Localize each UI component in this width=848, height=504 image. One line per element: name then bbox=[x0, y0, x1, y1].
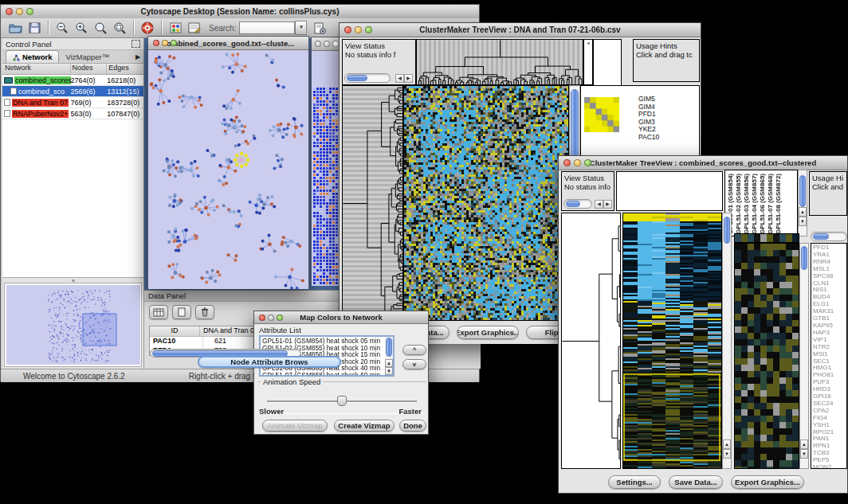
close-button[interactable] bbox=[315, 41, 321, 47]
float-panel-icon[interactable] bbox=[132, 40, 140, 48]
gene-label[interactable]: MON2 bbox=[813, 464, 845, 469]
close-button[interactable] bbox=[563, 159, 571, 166]
minimize-button[interactable] bbox=[162, 40, 168, 46]
import-attributes-icon[interactable] bbox=[312, 20, 328, 36]
zoom-in-icon[interactable] bbox=[73, 20, 89, 36]
move-down-button[interactable]: v bbox=[402, 359, 426, 369]
slider-left-arrow[interactable]: ◀ bbox=[595, 200, 603, 209]
table-col-id[interactable]: ID bbox=[150, 326, 200, 336]
slider-right-arrow[interactable]: ▶ bbox=[603, 200, 612, 209]
array-column-label[interactable]: GPL51-04 (GSM857) bbox=[751, 174, 758, 234]
scroll-thumb[interactable] bbox=[801, 246, 807, 270]
dialog-titlebar[interactable]: Map Colors to Network bbox=[254, 311, 428, 324]
treeview2-heatmap[interactable] bbox=[622, 213, 722, 469]
zoom-button[interactable] bbox=[277, 315, 283, 321]
main-titlebar[interactable]: Cytoscape Desktop (Session Name: collins… bbox=[1, 5, 479, 19]
attribute-item[interactable]: GPL51-07 (GSM868) heat shock 60 min bbox=[262, 372, 391, 377]
network-view-titlebar[interactable]: combined_scores_good.txt--cluste... bbox=[148, 37, 308, 50]
col-edges[interactable]: Edges bbox=[107, 64, 143, 74]
scroll-thumb[interactable] bbox=[386, 338, 392, 357]
help-lifering-icon[interactable] bbox=[139, 20, 155, 36]
dense-network-canvas[interactable] bbox=[312, 51, 340, 286]
background-window-titlebar[interactable] bbox=[312, 37, 340, 51]
zoom-button[interactable] bbox=[26, 8, 33, 15]
background-network-window[interactable] bbox=[311, 37, 341, 285]
scroll-thumb[interactable] bbox=[724, 217, 730, 244]
slider-thumb[interactable] bbox=[337, 396, 347, 406]
column-labels-scrollbar[interactable]: ▲ ▼ bbox=[798, 170, 807, 236]
minimize-button[interactable] bbox=[355, 26, 362, 33]
treeview2-row-dendrogram[interactable] bbox=[561, 213, 621, 469]
treeview1-column-dendrogram[interactable] bbox=[416, 39, 583, 85]
slider-right-arrow[interactable]: ▶ bbox=[404, 74, 413, 83]
array-column-label[interactable]: GPL51-08 (GSM872) bbox=[775, 174, 782, 234]
zoom-heatmap-scrollbar[interactable]: ▲ ▼ bbox=[799, 243, 809, 469]
minimize-button[interactable] bbox=[16, 8, 23, 15]
export-graphics-button[interactable]: Export Graphics... bbox=[731, 475, 804, 489]
scroll-up-arrow[interactable]: ▲ bbox=[799, 207, 807, 217]
array-column-label[interactable]: GPL51-02 (GSM855) bbox=[735, 174, 742, 234]
close-button[interactable] bbox=[153, 40, 159, 46]
zoom-button[interactable] bbox=[584, 159, 591, 166]
network-graph-canvas[interactable] bbox=[148, 50, 308, 289]
open-session-button[interactable] bbox=[7, 20, 23, 36]
done-button[interactable]: Done bbox=[399, 420, 426, 432]
network-row-dna-tran[interactable]: DNA and Tran 07 769(0) 183728(0) bbox=[2, 97, 143, 108]
scroll-down-arrow[interactable]: ▼ bbox=[799, 217, 807, 226]
search-dropdown-button[interactable]: ▼ bbox=[295, 21, 307, 35]
zoom-slider[interactable] bbox=[563, 199, 592, 209]
delete-attribute-button[interactable] bbox=[195, 305, 214, 319]
zoom-fit-icon[interactable] bbox=[92, 20, 108, 36]
treeview1-row-dendrogram[interactable] bbox=[342, 85, 403, 321]
array-column-label[interactable]: GPL51-03 (GSM856) bbox=[743, 174, 750, 234]
save-session-button[interactable] bbox=[26, 20, 42, 36]
col-network[interactable]: Network bbox=[2, 64, 71, 74]
treeview1-heatmap[interactable] bbox=[403, 85, 569, 321]
treeview1-zoom-matrix[interactable] bbox=[584, 97, 619, 132]
zoom-button[interactable] bbox=[332, 41, 339, 47]
col-nodes[interactable]: Nodes bbox=[71, 64, 108, 74]
zoom-button[interactable] bbox=[365, 26, 372, 33]
gene-label[interactable]: PAC10 bbox=[638, 134, 659, 142]
treeview2-titlebar[interactable]: ClusterMaker TreeView : combined_scores_… bbox=[559, 156, 847, 170]
minimize-button[interactable] bbox=[574, 159, 581, 166]
attribute-list-scrollbar[interactable]: ▲ ▼ bbox=[385, 337, 393, 375]
settings-button[interactable]: Settings... bbox=[608, 475, 661, 489]
scroll-thumb[interactable] bbox=[799, 175, 806, 207]
birdseye-canvas[interactable] bbox=[6, 285, 140, 365]
save-data-button[interactable]: Save Data... bbox=[669, 475, 723, 489]
scroll-up-arrow[interactable]: ▲ bbox=[800, 440, 808, 449]
array-column-label[interactable]: GPL51-07 (GSM868) bbox=[767, 174, 774, 234]
scroll-up-arrow[interactable]: ▲ bbox=[723, 440, 731, 449]
network-row-rnapuber[interactable]: RNAPuberNov2+ 563(0) 107847(0) bbox=[2, 108, 143, 119]
scroll-down-arrow[interactable]: ▼ bbox=[385, 367, 393, 375]
birdseye-view[interactable] bbox=[4, 283, 142, 367]
treeview2-column-dendrogram[interactable] bbox=[616, 171, 723, 211]
new-attribute-button[interactable] bbox=[172, 305, 191, 319]
close-button[interactable] bbox=[344, 26, 351, 33]
close-button[interactable] bbox=[6, 8, 13, 15]
create-vizmap-button[interactable]: Create Vizmap bbox=[334, 420, 395, 432]
slider-left-arrow[interactable]: ◀ bbox=[395, 74, 404, 83]
treeview1-titlebar[interactable]: ClusterMaker TreeView : DNA and Tran 07-… bbox=[340, 23, 701, 37]
tab-network[interactable]: Network bbox=[6, 50, 59, 63]
array-column-label[interactable]: GPL51-06 (GSM865) bbox=[759, 174, 766, 234]
treeview2-vscrollbar[interactable]: ▲ ▼ bbox=[722, 213, 732, 469]
treeview2-zoom-heatmap[interactable] bbox=[734, 243, 799, 469]
network-row-combined-sco-selected[interactable]: combined_sco 2569(6) 13112(15) bbox=[2, 86, 143, 97]
node-attribute-browser-tab[interactable]: Node Attribute Brows bbox=[198, 356, 341, 368]
scroll-up-arrow[interactable]: ▲ bbox=[385, 359, 393, 367]
zoom-button[interactable] bbox=[171, 40, 177, 46]
network-tree-empty-area[interactable] bbox=[2, 119, 143, 278]
scroll-down-arrow[interactable]: ▼ bbox=[800, 449, 808, 459]
zoom-slider[interactable] bbox=[344, 73, 391, 83]
scroll-down-arrow[interactable]: ▼ bbox=[723, 449, 731, 459]
select-attributes-button[interactable] bbox=[149, 305, 168, 319]
animate-vizmap-button[interactable]: Animate Vizmap bbox=[262, 420, 328, 432]
minimize-button[interactable] bbox=[324, 41, 330, 47]
network-row-combined-scores[interactable]: combined_scores 2764(0) 16218(0) bbox=[2, 75, 143, 86]
tab-overflow-button[interactable]: ▶ bbox=[132, 50, 143, 63]
close-button[interactable] bbox=[259, 315, 265, 321]
vizmapper-palette-icon[interactable] bbox=[167, 20, 183, 36]
zoom-out-icon[interactable] bbox=[54, 20, 70, 36]
